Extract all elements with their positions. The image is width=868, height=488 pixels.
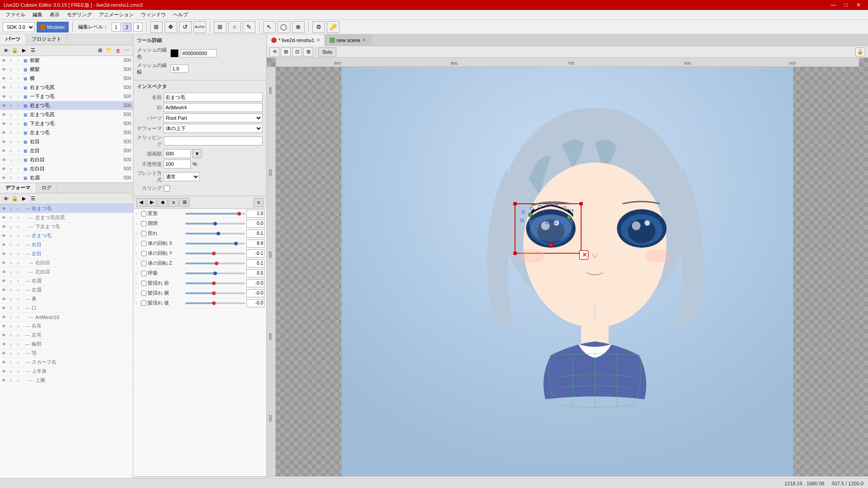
param-slider-6[interactable] (185, 271, 245, 276)
opacity-input[interactable] (164, 160, 191, 169)
param-slider-7[interactable] (185, 281, 245, 286)
parts-select[interactable]: Root Part (164, 113, 263, 122)
rotate-button[interactable]: ↺ (179, 21, 192, 33)
param-slider-9[interactable] (185, 301, 245, 305)
param-value-input-3[interactable] (246, 239, 264, 248)
more-button[interactable]: ⋯ (123, 47, 131, 55)
layer-eye[interactable]: 👁 (0, 140, 7, 144)
tab-deformer[interactable]: デフォーマ (0, 183, 36, 193)
add-group-button[interactable]: ⊞ (96, 47, 104, 55)
clipping-input[interactable] (164, 136, 263, 145)
param-key-button[interactable]: ◆ (158, 198, 168, 207)
def-lock[interactable]: ○ (7, 315, 14, 319)
layer-lock[interactable]: ○ (7, 76, 14, 81)
name-input[interactable] (164, 93, 263, 102)
id-input[interactable] (164, 103, 263, 112)
brush-button[interactable]: ○ (228, 21, 241, 33)
param-prev-button[interactable]: ◀ (136, 198, 146, 207)
draw-order-expand[interactable]: ▼ (193, 149, 202, 158)
layer-eye[interactable]: 👁 (0, 113, 7, 117)
def-lock[interactable]: ○ (7, 333, 14, 338)
param-value-input-7[interactable] (246, 279, 264, 287)
param-value-input-4[interactable] (246, 249, 264, 258)
layer-eye[interactable]: 👁 (0, 122, 7, 126)
layer-lock[interactable]: ○ (7, 167, 14, 171)
param-checkbox-6[interactable] (141, 271, 146, 276)
deformer-item[interactable]: 👁 ○ ○ — 輪郭 (0, 340, 133, 349)
layer-lock[interactable]: ○ (7, 149, 14, 153)
settings-button[interactable]: ⚙ (312, 21, 325, 33)
def-eye[interactable]: 👁 (0, 216, 7, 220)
param-value-input-8[interactable] (246, 289, 264, 297)
param-slider-4[interactable] (185, 251, 245, 256)
deformer-item[interactable]: 👁 ○ ○ — 左眉 (0, 286, 133, 295)
culling-checkbox[interactable] (164, 185, 170, 192)
param-slider-3[interactable] (185, 241, 245, 246)
def-eye[interactable]: 👁 (0, 252, 7, 256)
param-value-input-6[interactable] (246, 269, 264, 277)
def-lock[interactable]: ○ (7, 378, 14, 383)
def-eye[interactable]: 👁 (0, 297, 7, 301)
minimize-button[interactable]: — (827, 1, 839, 9)
delete-layer-button[interactable]: 🗑 (114, 47, 122, 55)
param-slider-1[interactable] (185, 221, 245, 226)
layer-item[interactable]: 👁 ○ ○ ▦ 右目 500 (0, 137, 133, 146)
tab-log[interactable]: ログ (36, 183, 57, 193)
def-eye[interactable]: 👁 (0, 324, 7, 328)
mesh-color-input[interactable] (180, 49, 217, 57)
blend-select[interactable]: 通常 (164, 172, 200, 181)
layer-eye[interactable]: 👁 (0, 167, 7, 171)
layer-lock[interactable]: ○ (7, 85, 14, 90)
def-lock[interactable]: ○ (7, 234, 14, 238)
deformer-item[interactable]: 👁 ○ ○ — 右目 (0, 240, 133, 249)
def-eye[interactable]: 👁 (0, 342, 7, 347)
def-lock[interactable]: ○ (7, 279, 14, 283)
deformer-item[interactable]: 👁 ○ ○ — 左白目 (0, 267, 133, 277)
list-button[interactable]: ☰ (29, 47, 37, 55)
menu-item-表示[interactable]: 表示 (46, 10, 63, 19)
param-slider-8[interactable] (185, 291, 245, 296)
deformer-item[interactable]: 👁 ○ ○ — 顎 (0, 349, 133, 358)
def-lock[interactable]: ○ (7, 243, 14, 247)
canvas-tab-close-1[interactable]: ✕ (362, 38, 366, 42)
layer-item[interactable]: 👁 ○ ○ ▦ 横髪 500 (0, 65, 133, 74)
mesh-button[interactable]: ⊞ (214, 21, 226, 33)
deformer-eye-button[interactable]: 👁 (2, 195, 10, 203)
layer-eye[interactable]: 👁 (0, 85, 7, 90)
layer-eye[interactable]: 👁 (0, 76, 7, 81)
param-next-button[interactable]: ▶ (147, 198, 157, 207)
def-eye[interactable]: 👁 (0, 333, 7, 338)
layer-lock[interactable]: ○ (7, 113, 14, 117)
deformer-item[interactable]: 👁 ○ ○ — 下左まつ毛 (0, 222, 133, 231)
param-slider-0[interactable] (185, 211, 245, 216)
deformer-item[interactable]: 👁 ○ ○ — ArtMesh16 (0, 313, 133, 322)
canvas-tab-close-0[interactable]: ✕ (316, 38, 320, 42)
canvas-reset-button[interactable]: ⟲ (269, 47, 279, 56)
modeler-button[interactable]: Modeler (37, 22, 69, 33)
def-lock[interactable]: ○ (7, 270, 14, 274)
param-checkbox-4[interactable] (141, 251, 146, 256)
canvas-viewport[interactable]: ✕ (267, 58, 868, 476)
layer-item[interactable]: 👁 ○ ○ ▦ 横 500 (0, 74, 133, 83)
param-checkbox-8[interactable] (141, 291, 146, 296)
layer-eye[interactable]: 👁 (0, 58, 7, 63)
deformer-item[interactable]: 👁 ○ ○ — 上腕 (0, 376, 133, 385)
param-menu-button[interactable]: ≡ (254, 198, 264, 207)
param-checkbox-7[interactable] (141, 281, 146, 286)
deformer-item[interactable]: 👁 ○ ○ — 左耳 (0, 331, 133, 340)
level2-button[interactable]: 2 (123, 23, 132, 32)
def-lock[interactable]: ○ (7, 360, 14, 365)
layer-lock[interactable]: ○ (7, 140, 14, 144)
param-checkbox-0[interactable] (141, 211, 146, 216)
deformer-item[interactable]: 👁 ○ ○ — 上半身 (0, 367, 133, 376)
lasso-button[interactable]: ◯ (278, 21, 290, 33)
layer-eye[interactable]: 👁 (0, 131, 7, 135)
warp-button[interactable]: ⊕ (292, 21, 305, 33)
layer-item[interactable]: 👁 ○ ○ ▦ 左白目 500 (0, 164, 133, 174)
layer-item[interactable]: 👁 ○ ○ ▦ 右まつ毛尻 500 (0, 83, 133, 92)
param-checkbox-5[interactable] (141, 261, 146, 266)
def-eye[interactable]: 👁 (0, 306, 7, 310)
layer-item[interactable]: 👁 ○ ○ ▦ 一下まつ毛 500 (0, 92, 133, 101)
def-lock[interactable]: ○ (7, 306, 14, 310)
close-button[interactable]: ✕ (853, 1, 864, 9)
